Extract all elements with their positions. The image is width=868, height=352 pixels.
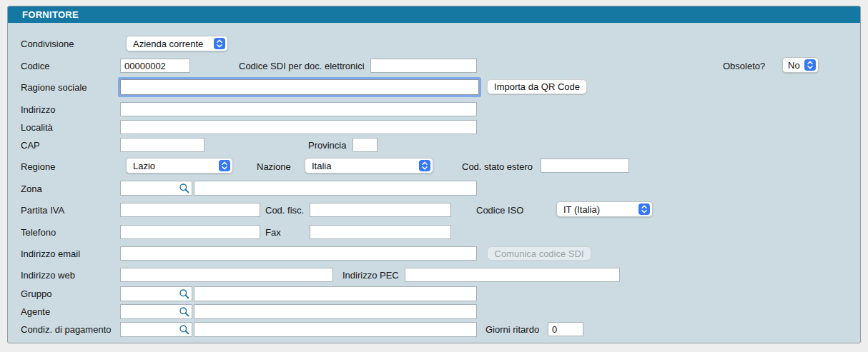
search-icon[interactable]	[179, 288, 190, 300]
fornitore-panel: FORNITORE Condivisione Azienda corrente …	[7, 6, 861, 343]
importa-qr-button[interactable]: Importa da QR Code	[487, 79, 587, 94]
cod-stato-estero-input[interactable]	[541, 159, 629, 173]
ragione-sociale-input[interactable]	[120, 79, 479, 95]
codice-iso-label: Codice ISO	[476, 205, 523, 216]
provincia-input[interactable]	[352, 138, 378, 152]
condiz-pagamento-label: Condiz. di pagamento	[21, 324, 111, 335]
search-icon[interactable]	[179, 324, 190, 336]
chevron-updown-icon	[804, 59, 816, 71]
chevron-updown-icon	[219, 160, 230, 171]
gruppo-desc-input[interactable]	[194, 286, 477, 301]
telefono-label: Telefono	[21, 227, 56, 238]
codice-sdi-input[interactable]	[370, 59, 477, 73]
giorni-ritardo-label: Giorni ritardo	[485, 324, 539, 335]
nazione-label: Nazione	[257, 161, 291, 172]
regione-label: Regione	[21, 161, 55, 172]
cod-fisc-input[interactable]	[310, 203, 451, 217]
gruppo-lookup-field[interactable]	[120, 286, 192, 301]
indirizzo-pec-label: Indirizzo PEC	[342, 270, 399, 281]
telefono-input[interactable]	[120, 225, 260, 239]
zona-code-input[interactable]	[121, 181, 184, 195]
panel-title: FORNITORE	[8, 9, 79, 20]
nazione-select[interactable]: Italia	[305, 158, 433, 174]
ragione-sociale-label: Ragione sociale	[21, 82, 87, 93]
chevron-updown-icon	[638, 203, 650, 215]
gruppo-label: Gruppo	[21, 288, 51, 299]
web-input[interactable]	[120, 268, 333, 282]
regione-select-value: Lazio	[133, 161, 155, 171]
condivisione-select[interactable]: Azienda corrente	[126, 36, 228, 51]
indirizzo-input[interactable]	[120, 102, 477, 116]
panel-header: FORNITORE	[8, 6, 860, 23]
search-icon[interactable]	[179, 306, 190, 318]
cod-fisc-label: Cod. fisc.	[265, 205, 304, 216]
cap-label: CAP	[21, 140, 40, 151]
codice-iso-select-value: IT (Italia)	[563, 204, 600, 215]
email-input[interactable]	[120, 246, 477, 261]
localita-label: Località	[21, 122, 53, 133]
gruppo-code-input[interactable]	[121, 287, 184, 301]
condivisione-select-value: Azienda corrente	[133, 39, 203, 49]
localita-input[interactable]	[120, 120, 477, 134]
comunica-sdi-button[interactable]: Comunica codice SDI	[487, 246, 591, 261]
zona-desc-input[interactable]	[194, 181, 477, 196]
partita-iva-label: Partita IVA	[21, 205, 64, 216]
obsoleto-select[interactable]: No	[782, 57, 819, 73]
codice-iso-select[interactable]: IT (Italia)	[556, 201, 653, 217]
chevron-updown-icon	[419, 160, 430, 171]
agente-code-input[interactable]	[121, 305, 184, 318]
obsoleto-select-value: No	[788, 60, 800, 71]
codice-input[interactable]	[120, 59, 190, 73]
chevron-updown-icon	[214, 38, 225, 49]
nazione-select-value: Italia	[312, 161, 331, 171]
provincia-label: Provincia	[308, 140, 346, 151]
agente-lookup-field[interactable]	[120, 304, 192, 319]
condiz-pagamento-lookup-field[interactable]	[120, 322, 192, 337]
codice-label: Codice	[21, 61, 49, 71]
cap-input[interactable]	[120, 138, 204, 152]
pec-input[interactable]	[405, 268, 620, 282]
zona-label: Zona	[21, 183, 42, 194]
indirizzo-email-label: Indirizzo email	[21, 248, 80, 259]
condiz-pagamento-code-input[interactable]	[121, 323, 184, 336]
indirizzo-web-label: Indirizzo web	[21, 270, 75, 281]
obsoleto-label: Obsoleto?	[723, 61, 765, 71]
regione-select[interactable]: Lazio	[126, 158, 233, 174]
cod-stato-estero-label: Cod. stato estero	[462, 161, 533, 172]
fax-label: Fax	[265, 227, 281, 238]
indirizzo-label: Indirizzo	[21, 104, 55, 115]
fax-input[interactable]	[310, 225, 451, 239]
condivisione-label: Condivisione	[21, 39, 74, 49]
agente-desc-input[interactable]	[194, 304, 477, 319]
agente-label: Agente	[21, 306, 50, 317]
condiz-pagamento-desc-input[interactable]	[194, 322, 477, 337]
codice-sdi-label: Codice SDI per doc. elettronici	[239, 61, 365, 71]
giorni-ritardo-input[interactable]	[548, 322, 583, 336]
partita-iva-input[interactable]	[120, 203, 260, 217]
zona-lookup-field[interactable]	[120, 181, 192, 196]
search-icon[interactable]	[179, 183, 190, 194]
